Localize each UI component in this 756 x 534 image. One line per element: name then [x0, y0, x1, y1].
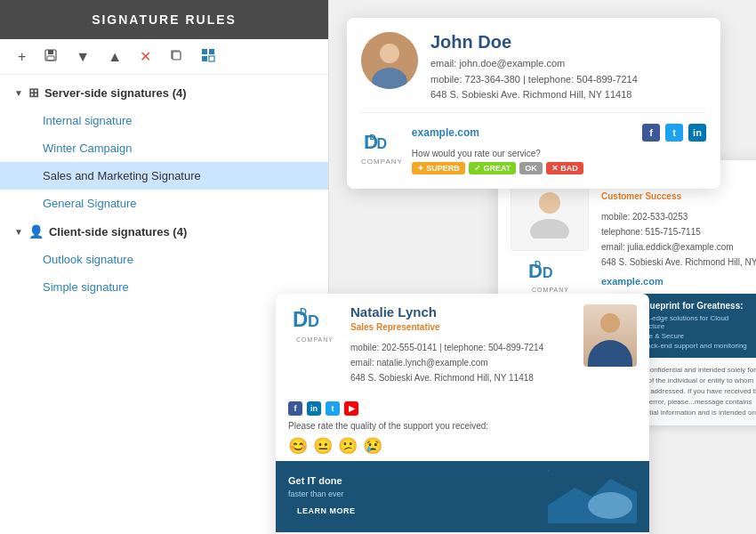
- client-signatures-group[interactable]: ▼ 👤 Client-side signatures (4): [0, 217, 328, 246]
- svg-text:D: D: [543, 265, 553, 280]
- julia-eddick-role: Customer Success: [601, 189, 756, 204]
- svg-text:D: D: [535, 260, 541, 270]
- client-icon: 👤: [28, 224, 44, 239]
- superb-btn[interactable]: ✦ SUPERB: [412, 162, 465, 174]
- svg-rect-5: [209, 49, 214, 54]
- natalie-info: Natalie Lynch Sales Representative mobil…: [350, 304, 575, 385]
- cta-button[interactable]: LEARN MORE: [288, 504, 365, 518]
- sig-internal[interactable]: Internal signature: [0, 107, 328, 134]
- server-chevron-icon: ▼: [14, 88, 23, 98]
- emoji-1: 😊: [288, 436, 308, 456]
- natalie-address: 648 S. Sobieski Ave. Richmond Hill, NY 1…: [350, 370, 575, 385]
- bad-btn[interactable]: ✕ BAD: [546, 162, 583, 174]
- julia-mobile: mobile: 202-533-0253: [601, 209, 756, 224]
- julia-address: 648 S. Sobieski Ave. Richmond Hill, NY 1…: [601, 255, 756, 270]
- svg-rect-2: [47, 56, 54, 61]
- add-button[interactable]: +: [14, 48, 29, 66]
- natalie-rate-text: Please rate the quality of the support y…: [276, 421, 649, 436]
- extra-button[interactable]: [197, 46, 219, 67]
- signature-tree: ▼ ⊞ Server-side signatures (4) Internal …: [0, 75, 328, 304]
- ok-btn[interactable]: OK: [519, 162, 543, 174]
- cta-line1: Get IT done: [288, 475, 539, 486]
- john-doe-address: 648 S. Sobieski Ave. Richmond Hill, NY 1…: [430, 87, 638, 103]
- svg-text:D: D: [377, 136, 388, 151]
- client-chevron-icon: ▼: [14, 227, 23, 237]
- copy-button[interactable]: [165, 46, 187, 67]
- julia-website: example.com: [601, 273, 756, 290]
- svg-rect-7: [209, 56, 214, 61]
- card2-left: D D D company f in t ▶: [511, 173, 591, 311]
- card3-company-label: company: [296, 336, 334, 343]
- cta-line2: faster than ever: [288, 489, 539, 501]
- julia-email: email: julia.eddick@example.com: [601, 239, 756, 255]
- sig-winter[interactable]: Winter Campaign: [0, 134, 328, 162]
- svg-point-15: [530, 219, 569, 239]
- card1-website: example.com: [412, 126, 479, 139]
- card3-social-row: f in t ▶: [276, 396, 649, 421]
- delete-button[interactable]: ✕: [136, 48, 155, 66]
- card1-right: example.com f t in How would you rate ou…: [412, 120, 706, 174]
- sig-outlook[interactable]: Outlook signature: [0, 246, 328, 273]
- card3-tw-icon: t: [326, 401, 340, 416]
- card2-company-label: company: [532, 287, 569, 293]
- john-doe-email: email: john.doe@example.com: [430, 56, 638, 72]
- sig-sales[interactable]: Sales and Marketing Signature: [0, 162, 328, 190]
- client-group-label: Client-side signatures (4): [49, 225, 187, 239]
- john-doe-mobile: mobile: 723-364-380 | telephone: 504-899…: [430, 72, 638, 88]
- preview-area: John Doe email: john.doe@example.com mob…: [320, 0, 756, 534]
- company-logo-1: D D D company: [361, 129, 403, 166]
- server-signatures-group[interactable]: ▼ ⊞ Server-side signatures (4): [0, 78, 328, 107]
- banner-text: Get IT done faster than ever LEARN MORE: [288, 475, 539, 518]
- natalie-avatar: [583, 304, 637, 367]
- emoji-3: 😕: [338, 436, 358, 456]
- svg-text:D: D: [300, 306, 307, 317]
- john-doe-info: John Doe email: john.doe@example.com mob…: [430, 32, 638, 103]
- rating-buttons: ✦ SUPERB ✓ GREAT OK ✕ BAD: [412, 162, 706, 174]
- svg-point-14: [539, 192, 560, 214]
- svg-text:D: D: [370, 132, 376, 142]
- svg-rect-1: [48, 50, 53, 54]
- card3-li-icon: in: [307, 401, 321, 416]
- rating-question: How would you rate our service?: [412, 149, 706, 158]
- card2-logo: D D D company: [511, 258, 591, 293]
- company-name: company: [361, 158, 403, 166]
- blue-banner: Get IT done faster than ever LEARN MORE: [276, 461, 649, 532]
- svg-point-9: [380, 44, 399, 63]
- server-group-label: Server-side signatures (4): [44, 86, 187, 100]
- card3-yt-icon: ▶: [344, 401, 358, 416]
- svg-point-23: [588, 492, 632, 519]
- svg-text:D: D: [308, 312, 319, 330]
- facebook-icon: f: [642, 124, 660, 142]
- card3-logo: D D D company: [288, 304, 342, 343]
- natalie-mobile: mobile: 202-555-0141 | telephone: 504-89…: [350, 340, 575, 355]
- natalie-email: email: natalie.lynch@example.com: [350, 355, 575, 370]
- panel-title: SIGNATURE RULES: [0, 0, 328, 39]
- natalie-role: Sales Representative: [350, 320, 575, 335]
- save-button[interactable]: [40, 46, 61, 67]
- great-btn[interactable]: ✓ GREAT: [469, 162, 516, 174]
- john-doe-avatar: [361, 32, 418, 89]
- card1-social: f t in: [642, 124, 706, 142]
- svg-rect-6: [202, 56, 207, 61]
- banner-image: [548, 470, 637, 523]
- toolbar: + ▼ ▲ ✕: [0, 39, 328, 75]
- john-doe-card: John Doe email: john.doe@example.com mob…: [347, 18, 720, 189]
- move-down-button[interactable]: ▼: [72, 48, 93, 66]
- svg-rect-4: [202, 49, 207, 54]
- emoji-2: 😐: [313, 436, 333, 456]
- linkedin-icon: in: [688, 124, 706, 142]
- twitter-icon: t: [665, 124, 683, 142]
- emoji-row: 😊 😐 😕 😢: [276, 436, 649, 461]
- card3-fb-icon: f: [288, 401, 302, 416]
- emoji-4: 😢: [363, 436, 382, 456]
- john-doe-name: John Doe: [430, 32, 638, 53]
- sig-general[interactable]: General Signature: [0, 190, 328, 217]
- julia-telephone: telephone: 515-715-7115: [601, 224, 756, 239]
- server-icon: ⊞: [28, 85, 39, 100]
- svg-rect-3: [173, 52, 181, 60]
- move-up-button[interactable]: ▲: [104, 48, 125, 66]
- natalie-name: Natalie Lynch: [350, 304, 575, 320]
- natalie-lynch-card: D D D company Natalie Lynch Sales Repres…: [276, 294, 649, 534]
- julia-eddick-info: Julia Eddick Customer Success mobile: 20…: [601, 173, 756, 311]
